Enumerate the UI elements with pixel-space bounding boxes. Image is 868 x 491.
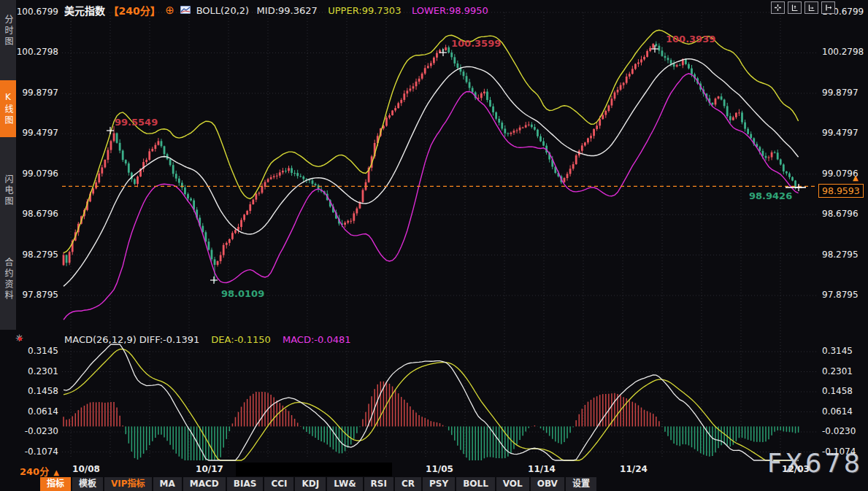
macd-value: MACD:-0.0481 (283, 334, 351, 345)
blackout-box (236, 463, 392, 476)
toolbar-button-BOLL[interactable]: BOLL (456, 477, 495, 491)
sidebar-item-闪电图[interactable]: 闪电图 (0, 162, 16, 219)
price-annotation: 100.3599 (451, 38, 501, 49)
macd-dea-value: DEA:-0.1150 (211, 334, 270, 345)
toolbar-button-VIP指标[interactable]: VIP指标 (104, 477, 152, 491)
toolbar-button-设置[interactable]: 设置 (566, 477, 596, 491)
date-tick-12/03: 12/03 (782, 464, 810, 474)
period-label: 【240分】 (108, 5, 160, 17)
toolbar-button-CR[interactable]: CR (395, 477, 421, 491)
y-axis-label-right: 99.8797 (822, 88, 867, 98)
toolbar-button-MACD[interactable]: MACD (183, 477, 226, 491)
axis-right-icon[interactable] (804, 1, 818, 14)
date-tick-11/14: 11/14 (528, 464, 556, 474)
kline-macd-chart[interactable]: 99.5549100.3599100.393998.010998.9426 (0, 0, 868, 491)
macd-axis-label-right: -0.0230 (822, 426, 867, 436)
price-annotation: 98.0109 (221, 288, 264, 299)
sidebar-item-合约资料[interactable]: 合约资料 (0, 238, 16, 321)
toolbar-button-指标[interactable]: 指标 (40, 477, 71, 491)
y-axis-label-right: 99.0796 (822, 169, 867, 179)
symbol-name: 美元指数 (64, 5, 105, 17)
toolbar-button-PSY[interactable]: PSY (423, 477, 455, 491)
chart-toolbox (771, 1, 835, 14)
current-price-box: 98.9593 (818, 184, 864, 198)
add-indicator-icon[interactable]: ⊕ (165, 4, 174, 17)
date-tick-11/05: 11/05 (426, 464, 453, 474)
macd-formula: MACD(26,12,9) DIFF:-0.1391 (64, 334, 199, 345)
price-annotation: 98.9426 (749, 190, 792, 201)
x-axis-dates: 10/0810/1711/0511/1411/2412/03 (0, 464, 868, 477)
date-tick-10/08: 10/08 (72, 464, 100, 474)
chart-header: 美元指数 【240分】 ⊕ BOLL(20,2) MID:99.3627 UPP… (64, 3, 488, 18)
left-sidebar: 分时图K线图闪电图合约资料 (0, 0, 16, 330)
footer-period-label[interactable]: 240分▲ (20, 464, 59, 478)
toolbar-button-RSI[interactable]: RSI (364, 477, 393, 491)
indicator-toolbar: 指标模板VIP指标MAMACDBIASCCIKDJLW&RSICRPSYBOLL… (40, 477, 596, 491)
toolbar-button-CCI[interactable]: CCI (264, 477, 293, 491)
macd-axis-label-right: 0.0614 (822, 406, 867, 417)
y-axis-label-right: 97.8795 (822, 290, 867, 300)
toolbar-button-OBV[interactable]: OBV (531, 477, 564, 491)
macd-axis-label-left: 0.1458 (0, 386, 58, 396)
boll-lower-value: LOWER:98.9950 (412, 5, 488, 16)
period-up-arrow-icon: ▲ (53, 468, 59, 476)
macd-axis-label-left: 0.0614 (0, 406, 58, 417)
price-annotation: 99.5549 (115, 117, 158, 128)
sidebar-item-K线图[interactable]: K线图 (0, 80, 16, 137)
y-axis-label-right: 99.4797 (822, 128, 867, 138)
trading-app-window: 99.5549100.3599100.393998.010998.9426 美元… (0, 0, 868, 491)
boll-label: BOLL(20,2) (196, 5, 250, 16)
axis-left-icon[interactable] (788, 1, 802, 14)
y-axis-label-right: 100.2798 (822, 47, 867, 57)
toolbar-button-LW&[interactable]: LW& (327, 477, 362, 491)
chart-icon (180, 4, 191, 16)
toolbar-button-KDJ[interactable]: KDJ (295, 477, 326, 491)
date-tick-10/17: 10/17 (196, 464, 223, 474)
toolbar-button-BIAS[interactable]: BIAS (227, 477, 264, 491)
macd-axis-label-left: -0.1074 (0, 446, 58, 457)
macd-axis-label-left: 0.3145 (0, 346, 58, 356)
boll-mid-value: MID:99.3627 (257, 5, 318, 16)
toolbar-button-VOL[interactable]: VOL (496, 477, 529, 491)
collapse-panel-icon[interactable] (821, 1, 835, 14)
toolbar-button-模板[interactable]: 模板 (72, 477, 103, 491)
sidebar-item-分时图[interactable]: 分时图 (0, 4, 16, 57)
macd-axis-label-right: -0.1074 (822, 446, 867, 457)
price-annotation: 100.3939 (666, 34, 715, 45)
macd-axis-label-left: -0.0230 (0, 426, 58, 436)
date-tick-11/24: 11/24 (620, 464, 648, 474)
macd-axis-label-right: 0.3145 (822, 346, 867, 356)
boll-upper-value: UPPER:99.7303 (328, 5, 401, 16)
y-axis-label-right: 98.6796 (822, 209, 867, 219)
macd-axis-label-right: 0.1458 (822, 386, 867, 396)
y-axis-label-right: 98.2795 (822, 250, 867, 260)
macd-axis-label-left: 0.2301 (0, 366, 58, 376)
crosshair-icon[interactable] (771, 1, 785, 14)
macd-header: MACD(26,12,9) DIFF:-0.1391 DEA:-0.1150 M… (64, 334, 350, 345)
price-arrow-icon: ▲ (853, 174, 859, 182)
toolbar-button-MA[interactable]: MA (153, 477, 182, 491)
macd-axis-label-right: 0.2301 (822, 366, 867, 376)
macd-settings-icon[interactable]: ✳ (15, 334, 26, 344)
